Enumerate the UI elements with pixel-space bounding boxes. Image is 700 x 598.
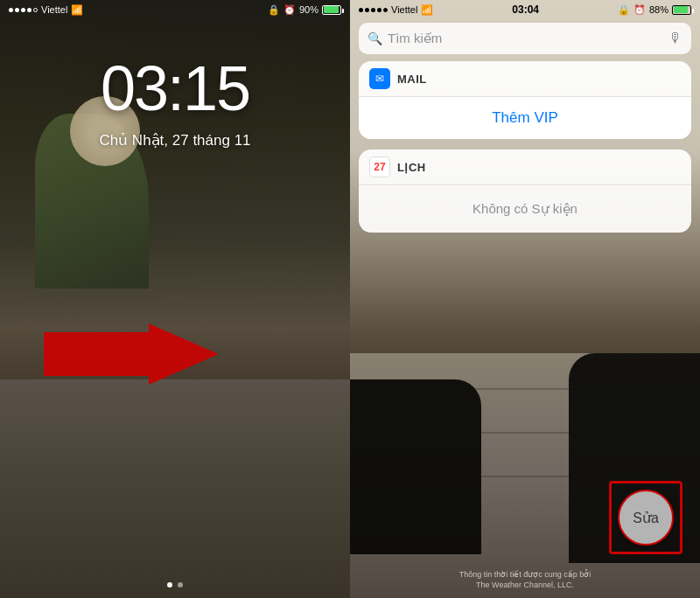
mail-widget-label: MAIL (397, 73, 427, 86)
calendar-widget-label: LỊCH (397, 161, 426, 174)
red-arrow (44, 323, 219, 385)
battery-indicator-left (322, 5, 341, 15)
battery-fill-left (324, 6, 339, 13)
search-placeholder: Tìm kiếm (388, 31, 668, 46)
right-wifi-icon: 📶 (421, 4, 433, 16)
weather-credit: Thông tin thời tiết được cung cấp bởi Th… (350, 569, 700, 591)
right-status-bar: Viettel 📶 03:04 🔒 ⏰ 88% (350, 0, 700, 19)
lock-icon: 🔒 (268, 4, 280, 16)
right-battery-percent: 88% (649, 4, 668, 15)
signal-dot-3 (21, 8, 25, 12)
lock-screen-date: Chủ Nhật, 27 tháng 11 (0, 131, 350, 150)
edit-button-wrapper: Sửa (618, 490, 674, 546)
edit-button[interactable]: Sửa (618, 490, 674, 546)
right-signal-dots (359, 8, 388, 12)
search-bar[interactable]: 🔍 Tìm kiếm 🎙 (359, 23, 691, 54)
calendar-widget: 27 LỊCH Không có Sự kiện (359, 150, 691, 233)
left-panel: Viettel 📶 🔒 ⏰ 90% 03:15 Chủ Nhật, 27 thá… (0, 0, 350, 598)
r-signal-dot-2 (365, 8, 369, 12)
right-lock-icon: 🔒 (618, 4, 630, 16)
right-time-display: 03:04 (512, 3, 539, 16)
battery-indicator-right (672, 5, 691, 15)
no-events-text: Không có Sự kiện (359, 185, 691, 233)
mail-widget-header: ✉ MAIL (359, 61, 691, 97)
signal-dot-2 (15, 8, 19, 12)
right-panel: Viettel 📶 03:04 🔒 ⏰ 88% 🔍 Tìm kiếm 🎙 ✉ M… (350, 0, 700, 598)
search-icon: 🔍 (368, 31, 382, 45)
weather-credit-line2: The Weather Channel, LLC. (350, 580, 700, 591)
r-signal-dot-3 (371, 8, 375, 12)
r-signal-dot-4 (377, 8, 382, 12)
right-carrier: Viettel (391, 4, 417, 15)
mail-app-icon: ✉ (369, 68, 390, 89)
signal-dot-5 (33, 8, 38, 12)
microphone-icon[interactable]: 🎙 (668, 31, 682, 46)
add-vip-button[interactable]: Thêm VIP (359, 97, 691, 139)
svg-marker-0 (44, 323, 219, 385)
battery-percent-left: 90% (299, 4, 318, 15)
left-status-bar: Viettel 📶 🔒 ⏰ 90% (0, 0, 350, 19)
status-right: 🔒 ⏰ 90% (268, 4, 341, 16)
status-left: Viettel 📶 (9, 4, 83, 16)
mail-envelope-icon: ✉ (375, 73, 384, 85)
signal-dot-4 (27, 8, 32, 12)
widgets-area: ✉ MAIL Thêm VIP 27 LỊCH Không có Sự kiện (350, 61, 700, 243)
right-status-right: 🔒 ⏰ 88% (618, 4, 691, 16)
signal-dot-1 (9, 8, 13, 12)
person-legs-left (350, 379, 481, 554)
r-signal-dot-5 (383, 8, 388, 12)
calendar-app-icon: 27 (369, 156, 390, 177)
right-status-left: Viettel 📶 (359, 4, 433, 16)
page-dots (0, 582, 350, 588)
weather-credit-line1: Thông tin thời tiết được cung cấp bởi (350, 569, 700, 581)
floor-area (0, 379, 350, 598)
mail-widget: ✉ MAIL Thêm VIP (359, 61, 691, 139)
page-dot-1 (167, 582, 172, 588)
right-alarm-icon: ⏰ (634, 4, 646, 16)
r-signal-dot-1 (359, 8, 363, 12)
page-dot-2 (178, 582, 183, 588)
calendar-day-number: 27 (374, 162, 385, 172)
battery-fill-right (674, 6, 688, 13)
calendar-widget-header: 27 LỊCH (359, 150, 691, 185)
carrier-name: Viettel (41, 4, 67, 15)
lock-screen-time: 03:15 (0, 52, 350, 124)
wifi-icon: 📶 (71, 4, 83, 16)
alarm-icon: ⏰ (284, 4, 296, 16)
signal-dots (9, 8, 38, 12)
